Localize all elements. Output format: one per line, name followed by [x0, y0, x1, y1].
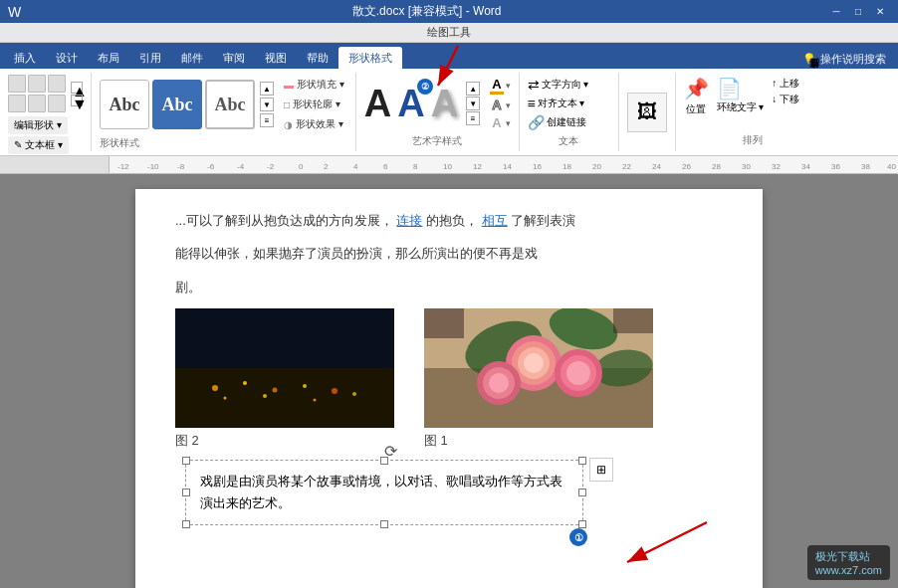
handle-bl[interactable] [182, 520, 190, 528]
svg-text:-4: -4 [237, 162, 245, 171]
edit-shape-group: ▲ ▼ 编辑形状 ▾ ✎ 文本框 ▾ 插入形状 [0, 73, 92, 151]
wrap-text-btn[interactable]: 📄 环绕文字 ▾ [717, 77, 765, 114]
svg-text:30: 30 [742, 162, 751, 171]
shape-style-2[interactable]: Abc [152, 80, 202, 129]
svg-text:10: 10 [443, 162, 452, 171]
badge-1: ① [569, 528, 587, 546]
tab-view[interactable]: 视图 [255, 47, 297, 69]
svg-text:6: 6 [383, 162, 388, 171]
shape-icon-5[interactable] [28, 95, 46, 112]
handle-mr[interactable] [578, 489, 586, 496]
shape-icon-4[interactable] [8, 95, 26, 112]
edit-shape-button[interactable]: 编辑形状 ▾ [8, 116, 68, 134]
svg-point-39 [352, 392, 356, 396]
shape-style-3[interactable]: Abc [205, 80, 255, 129]
image1-caption: 图 1 [424, 432, 448, 450]
tab-mail[interactable]: 邮件 [171, 47, 213, 69]
art-scroll-up[interactable]: ▲ [466, 82, 480, 96]
tab-insert[interactable]: 插入 [4, 47, 46, 69]
handle-bm[interactable] [380, 520, 388, 528]
shape-icon-3[interactable] [48, 75, 66, 93]
svg-text:14: 14 [503, 162, 512, 171]
tab-reference[interactable]: 引用 [129, 47, 171, 69]
tab-review[interactable]: 审阅 [213, 47, 255, 69]
text-direction-btn[interactable]: ⇄ 文字方向 ▾ [528, 77, 610, 93]
art-scroll-down[interactable]: ▼ [466, 97, 480, 110]
shape-fill-btn[interactable]: ▬ 形状填充 ▾ [281, 77, 347, 93]
style-scroll-down[interactable]: ▼ [260, 98, 274, 111]
image-btn[interactable]: 🖼 [627, 93, 667, 132]
link-lian-jie[interactable]: 连接 [396, 213, 422, 228]
svg-text:-2: -2 [267, 162, 275, 171]
text-box-options-icon[interactable]: ⊞ [589, 458, 613, 482]
text-box-content: 戏剧是由演员将某个故事或情境，以对话、歌唱或动作等方式表演出来的艺术。 [200, 474, 562, 510]
align-text-btn[interactable]: ≡ 对齐文本 ▾ [528, 96, 610, 111]
svg-point-48 [524, 353, 544, 373]
minimize-button[interactable]: ─ [826, 4, 846, 20]
svg-rect-29 [175, 308, 394, 368]
doc-text-main: 能得以伸张，如果抛弃了演员的扮演，那么所演出的便不再是戏 [175, 242, 723, 265]
shape-style-1[interactable]: Abc [100, 80, 149, 129]
svg-rect-56 [613, 308, 653, 333]
drawing-tools-bar: 绘图工具 [0, 23, 898, 43]
shape-effect-btn[interactable]: ◑ 形状效果 ▾ [281, 116, 347, 132]
art-text-row: A A ② A ▲ ▼ ≡ A ▾ A ▾ [364, 77, 511, 130]
title-bar: W 散文.docx [兼容模式] - Word ─ □ ✕ [0, 0, 898, 23]
shape-icon-1[interactable] [8, 75, 26, 93]
shape-icon-6[interactable] [48, 95, 66, 112]
select-pane-btn[interactable]: 选择窗格 [807, 77, 821, 129]
text-outline-btn[interactable]: A [490, 98, 503, 112]
roses-svg [424, 308, 653, 428]
link-xiang-hu[interactable]: 相互 [482, 213, 508, 228]
window-controls: ─ □ ✕ [826, 4, 890, 20]
tab-shape-format[interactable]: 形状格式 [338, 47, 402, 69]
svg-text:12: 12 [473, 162, 482, 171]
art-letter-a3[interactable]: A [431, 85, 458, 122]
shape-outline-btn[interactable]: □ 形状轮廓 ▾ [281, 97, 347, 112]
svg-text:22: 22 [622, 162, 631, 171]
svg-text:-6: -6 [207, 162, 215, 171]
text-box-button[interactable]: ✎ 文本框 ▾ [8, 136, 69, 154]
tab-design[interactable]: 设计 [46, 47, 88, 69]
create-link-btn[interactable]: 🔗 创建链接 [528, 114, 610, 130]
position-btn[interactable]: 📌 位置 [684, 77, 709, 129]
image1-container: 图 1 [424, 308, 653, 450]
tab-layout[interactable]: 布局 [88, 47, 129, 69]
scroll-down[interactable]: ▼ [71, 95, 83, 106]
ruler: -12 -10 -8 -6 -4 -2 0 2 4 6 8 10 12 14 1… [0, 156, 898, 174]
text-box[interactable]: 戏剧是由演员将某个故事或情境，以对话、歌唱或动作等方式表演出来的艺术。 [185, 460, 583, 525]
close-button[interactable]: ✕ [870, 4, 890, 20]
tab-help[interactable]: 帮助 [297, 47, 338, 69]
handle-tl[interactable] [182, 457, 190, 465]
text-fill-btn[interactable]: A [490, 77, 503, 95]
text-effect-btn[interactable]: A [490, 115, 503, 130]
svg-rect-55 [424, 308, 464, 338]
watermark: 极光下载站 www.xz7.com [807, 545, 890, 580]
shape-icon-2[interactable] [28, 75, 46, 93]
tab-search[interactable]: 💡 操作说明搜索 [794, 50, 894, 69]
move-down-btn[interactable]: ↓ 下移 [772, 93, 799, 106]
position-group: 📌 位置 📄 环绕文字 ▾ ↑ 上移 ↓ 下移 选择窗格 排列 [676, 73, 830, 151]
ribbon: ▲ ▼ 编辑形状 ▾ ✎ 文本框 ▾ 插入形状 Abc Abc Abc ▲ ▼ … [0, 69, 898, 156]
style-more[interactable]: ≡ [260, 113, 274, 127]
scroll-up[interactable]: ▲ [71, 82, 83, 94]
svg-text:20: 20 [592, 162, 601, 171]
handle-ml[interactable] [182, 489, 190, 496]
move-up-btn[interactable]: ↑ 上移 [772, 77, 799, 91]
maximize-button[interactable]: □ [848, 4, 868, 20]
style-scroll-up[interactable]: ▲ [260, 82, 274, 96]
svg-text:36: 36 [831, 162, 840, 171]
text-box-wrapper: 戏剧是由演员将某个故事或情境，以对话、歌唱或动作等方式表演出来的艺术。 ⊞ [185, 460, 583, 525]
svg-point-35 [332, 388, 337, 394]
doc-text-2: 剧。 [175, 276, 723, 298]
text-group: ⇄ 文字方向 ▾ ≡ 对齐文本 ▾ 🔗 创建链接 文本 [520, 73, 619, 151]
art-letter-a1[interactable]: A [364, 85, 391, 122]
art-text-label: 艺术字样式 [364, 130, 511, 148]
handle-tm[interactable] [380, 457, 388, 465]
art-more[interactable]: ≡ [466, 111, 480, 125]
svg-point-34 [303, 384, 307, 388]
svg-point-37 [263, 394, 267, 398]
svg-point-51 [489, 373, 509, 393]
svg-point-31 [212, 385, 218, 391]
handle-tr[interactable] [578, 457, 586, 465]
